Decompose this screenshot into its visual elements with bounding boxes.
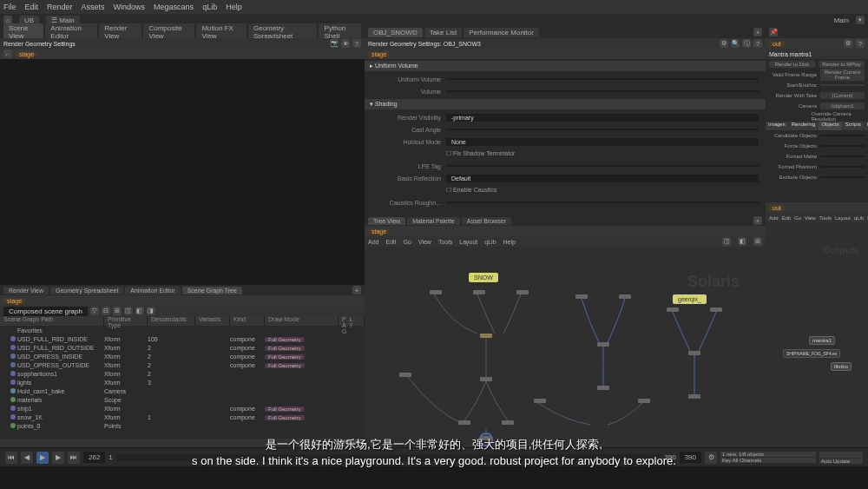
menu-qlib[interactable]: qLib [202,3,217,11]
nv-add[interactable]: Add [368,239,378,245]
camera-icon[interactable]: 📷 [330,39,339,48]
table-row[interactable]: materials Scope [0,395,365,404]
node[interactable] [516,290,529,294]
tab-perfmon[interactable]: Performance Monitor [464,28,539,37]
nvtab-material[interactable]: Material Palette [407,217,460,225]
play-button[interactable]: ▶ [36,452,49,464]
sg-col-type[interactable]: Primitive Type [104,316,148,326]
current-frame[interactable]: 262 [83,452,105,463]
out-path[interactable]: out [769,205,785,211]
node[interactable] [597,342,609,347]
node[interactable] [597,386,609,390]
node[interactable] [619,294,631,299]
table-row[interactable]: lights Xform 3 [0,378,365,387]
pin-icon[interactable]: 📌 [769,28,778,36]
sticky-snow[interactable]: SNOW [469,273,498,282]
menu-file[interactable]: File [3,3,16,11]
table-row[interactable]: sopphantoms1 Xform 2 [0,369,365,378]
node[interactable] [688,394,700,399]
info-icon[interactable]: ⓘ [742,39,751,48]
prev-frame-button[interactable]: ◀ [21,452,33,464]
sg-expand-icon[interactable]: ⊞ [113,307,122,315]
out-tools[interactable]: Tools [819,215,832,221]
tl-opt1[interactable]: ⚙ [705,452,717,464]
nv-view[interactable]: View [418,239,431,245]
mtab-objects[interactable]: Objects [819,122,841,130]
dropdown-icon[interactable]: ▾ [856,16,865,24]
out-edit[interactable]: Edit [782,215,791,221]
node[interactable] [458,420,470,425]
main-right[interactable]: Main [834,17,849,24]
last-frame-button[interactable]: ⏭ [68,452,80,464]
path-stage[interactable]: stage [16,51,37,57]
end-frame[interactable]: 390 [664,453,675,461]
out-node-filmbox[interactable]: filmbo [831,362,852,371]
table-row[interactable]: Hold_cam1_bake Camera [0,387,365,395]
tab-takelist[interactable]: Take List [424,28,463,37]
node[interactable] [575,294,588,299]
sg-filter-icon[interactable]: ▽ [90,307,99,315]
node[interactable] [667,307,679,312]
node[interactable] [710,307,722,312]
next-frame-button[interactable]: ▶ [52,452,64,464]
help-icon-3[interactable]: ? [856,39,865,48]
table-row[interactable]: ship1 Xform compone Full Geometry [0,404,365,413]
menu-edit[interactable]: Edit [25,3,39,11]
nv-help[interactable]: Help [503,239,516,245]
out-view[interactable]: View [805,215,816,221]
tab-add-icon[interactable]: + [753,28,762,36]
node[interactable] [480,377,492,381]
nv-tool1-icon[interactable]: ◫ [722,237,731,246]
node-selected[interactable] [480,436,492,440]
tab-objsnow[interactable]: OBJ_SNOWD [368,28,423,37]
node[interactable] [473,290,485,294]
sg-tool3-icon[interactable]: ◨ [147,307,155,315]
out-add[interactable]: Add [769,215,779,221]
params-path-stage[interactable]: stage [368,51,390,57]
mtab-driver[interactable]: Driver [865,122,868,130]
btab-scenegraph[interactable]: Scene Graph Tree [182,287,242,294]
start-frame[interactable]: 1 [108,453,112,461]
nv-qlib[interactable]: qLib [484,239,496,245]
nv-tools[interactable]: Tools [438,239,452,245]
menu-windows[interactable]: Windows [114,3,146,11]
nv-tool3-icon[interactable]: ⊞ [753,237,762,246]
gear-icon[interactable]: ⚙ [720,39,728,48]
nvtab-add-icon[interactable]: + [753,216,762,225]
mtab-scripts[interactable]: Scripts [843,122,864,130]
nv-go[interactable]: Go [404,239,411,245]
sg-col-var[interactable]: Variants [195,316,230,326]
startend-field[interactable] [820,84,865,86]
search-icon[interactable]: 🔍 [731,39,740,48]
node-graph-view[interactable]: Solaris SNOW geerqix_ [365,247,766,447]
first-frame-button[interactable]: ⏮ [5,452,17,464]
out-go[interactable]: Go [794,215,801,221]
tl-info[interactable]: 1 new, 1/8 objects [720,452,816,457]
sg-col-path[interactable]: Scene Graph Path [0,316,104,326]
nv-path-stage[interactable]: stage [368,228,390,235]
nv-layout[interactable]: Layout [459,239,477,245]
node[interactable] [688,351,700,355]
eye-icon[interactable]: 👁 [341,39,350,48]
node[interactable] [399,373,411,377]
sg-tool1-icon[interactable]: ◫ [124,307,133,315]
out-layout[interactable]: Layout [835,215,851,221]
menu-render[interactable]: Render [47,3,73,11]
node[interactable] [534,399,546,403]
sg-dropdown[interactable]: Composed scene graph [3,307,88,316]
sg-path-stage[interactable]: stage [3,298,25,304]
back-icon[interactable]: ← [3,50,12,58]
help-icon[interactable]: ? [352,39,361,48]
table-row[interactable]: USD_OPRESS_INSIDE Xform 2 compone Full G… [0,352,365,360]
sg-collapse-icon[interactable]: ⊟ [102,307,110,315]
sticky-geo[interactable]: geerqix_ [673,294,707,304]
tl-autoupdate[interactable]: Auto Update [819,459,863,464]
sg-col-kind[interactable]: Kind [230,316,265,326]
mtab-images[interactable]: Images [766,122,788,130]
table-row[interactable]: USD_OPRESS_OUTSIDE Xform 2 compone Full … [0,360,365,369]
out-qlib[interactable]: qLib [854,215,864,221]
node[interactable] [430,290,442,294]
btab-geospread[interactable]: Geometry Spreadsheet [50,287,123,294]
nv-edit[interactable]: Edit [385,239,396,245]
help-icon-2[interactable]: ? [753,39,762,48]
